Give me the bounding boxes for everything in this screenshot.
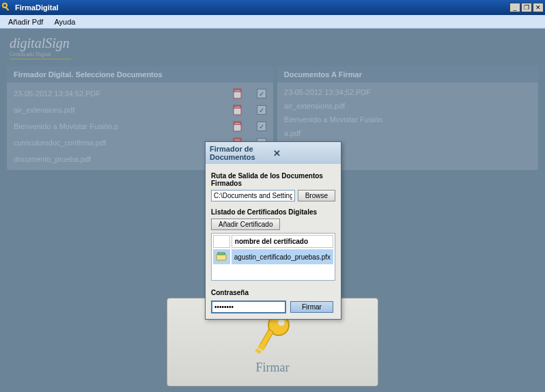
cert-list-label: Listado de Certificados Digitales bbox=[211, 208, 335, 216]
certificate-table: nombre del certificado agustin_certifica… bbox=[211, 233, 335, 281]
output-path-label: Ruta de Salida de los Documentos Firmado… bbox=[211, 172, 335, 187]
menu-help[interactable]: Ayuda bbox=[48, 16, 81, 27]
certificate-name: agustin_certificado_pruebas.pfx bbox=[232, 249, 333, 264]
window-title: FirmaDigital bbox=[15, 3, 509, 12]
sign-main-label: Firmar bbox=[256, 361, 290, 375]
svg-point-13 bbox=[278, 319, 285, 326]
close-window-button[interactable]: ✕ bbox=[533, 3, 544, 12]
certificate-row[interactable]: agustin_certificado_pruebas.pfx bbox=[213, 249, 333, 264]
certificate-row-empty bbox=[213, 266, 333, 279]
signer-dialog: Firmador de Documentos ✕ Ruta de Salida … bbox=[205, 141, 341, 320]
maximize-button[interactable]: ❐ bbox=[521, 3, 532, 12]
close-icon[interactable]: ✕ bbox=[273, 148, 337, 158]
dialog-title-bar: Firmador de Documentos ✕ bbox=[206, 142, 341, 164]
dialog-title: Firmador de Documentos bbox=[210, 145, 273, 161]
window-title-bar: FirmaDigital _ ❐ ✕ bbox=[0, 0, 545, 15]
svg-rect-1 bbox=[5, 7, 10, 11]
menu-add-pdf[interactable]: Añadir Pdf bbox=[3, 16, 48, 27]
minimize-button[interactable]: _ bbox=[509, 3, 520, 12]
app-body: digitalSign Certificado Digital Firmador… bbox=[0, 29, 545, 392]
add-certificate-button[interactable]: Añadir Certificado bbox=[211, 219, 280, 230]
password-label: Contraseña bbox=[211, 289, 335, 296]
password-input[interactable] bbox=[211, 300, 286, 313]
menu-bar: Añadir Pdf Ayuda bbox=[0, 15, 545, 29]
dialog-sign-button[interactable]: Firmar bbox=[290, 301, 333, 313]
app-icon bbox=[1, 2, 12, 13]
certificate-icon bbox=[213, 249, 230, 264]
cert-column-header: nombre del certificado bbox=[232, 235, 333, 248]
svg-rect-18 bbox=[218, 253, 225, 255]
output-path-input[interactable] bbox=[211, 190, 295, 201]
browse-button[interactable]: Browse bbox=[298, 190, 335, 201]
svg-rect-16 bbox=[255, 348, 262, 354]
